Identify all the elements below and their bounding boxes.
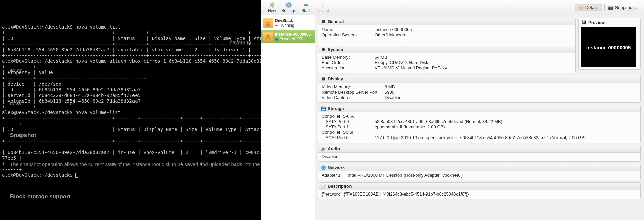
preview-icon: 🖼: [582, 20, 586, 25]
label: Name:: [322, 27, 372, 32]
toolbar: ✳️New ⚙️Settings ➡Start ⤵Discard 🔆Detail…: [261, 0, 644, 15]
preview-text: instance-00000005: [586, 45, 631, 50]
section-title: System: [328, 47, 343, 52]
details-toggle[interactable]: 🔆Details: [575, 4, 602, 11]
gear-icon: ⚙️: [285, 2, 292, 8]
display-icon: 🖥: [321, 77, 326, 81]
section-title: Display: [328, 76, 343, 81]
value: Disabled: [385, 95, 637, 100]
audio-icon: 🔊: [321, 147, 326, 151]
details-panel: 🖥General Name:instance-00000005 Operatin…: [315, 15, 644, 220]
section-title: Audio: [328, 146, 340, 151]
new-icon: ✳️: [268, 2, 276, 8]
section-preview: 🖼Preview instance-00000005: [578, 18, 641, 70]
value: VT-x/AMD-V, Nested Paging, PAE/NX: [375, 65, 572, 71]
value: 64 MB: [375, 55, 572, 60]
section-display: 🖥Display Video Memory:8 MB Remote Deskto…: [318, 75, 641, 103]
description-icon: 📝: [321, 184, 326, 189]
vm-os-icon: ◎: [263, 32, 273, 42]
label: Video Memory:: [322, 84, 382, 90]
vm-name: DevStack: [275, 18, 294, 23]
value: Disabled: [322, 154, 637, 159]
section-storage: 💾Storage Controller: SATA SATA Port 0:53…: [318, 105, 641, 143]
value: 53f8a508-92cc-48b1-a96f-68ad9bc7de5d.vhd…: [375, 119, 637, 124]
label: SATA Port 0:: [322, 119, 372, 124]
network-icon: 🌐: [321, 165, 326, 170]
value: instance-00000005: [375, 27, 572, 32]
section-title: General: [328, 19, 344, 24]
terminal-pane[interactable]: flavour to ed on. nova f or Snapshot The…: [0, 0, 261, 220]
label: Boot Order:: [322, 60, 372, 65]
vm-os-icon: ◎: [263, 18, 273, 28]
vm-item-instance[interactable]: ◎ instance-00000005 ◉Powered Off: [261, 30, 315, 43]
value: Floppy, CD/DVD, Hard Disk: [375, 60, 572, 65]
section-audio: 🔊Audio Disabled: [318, 145, 641, 162]
label: Adapter 1:: [322, 173, 345, 178]
section-network: 🌐Network Adapter 1:Intel PRO/1000 MT Des…: [318, 164, 641, 180]
vm-list: ◎ DevStack ➡Running ◎ instance-00000005 …: [261, 15, 315, 220]
value: Other/Unknown: [375, 32, 572, 38]
virtualbox-window: ✳️New ⚙️Settings ➡Start ⤵Discard 🔆Detail…: [261, 0, 644, 220]
storage-icon: 💾: [321, 106, 326, 111]
discard-button: ⤵Discard: [314, 1, 331, 14]
vm-name: instance-00000005: [275, 32, 311, 37]
label: SATA Port 1:: [322, 124, 372, 130]
section-title: Preview: [588, 20, 605, 25]
label: Operating System:: [322, 32, 372, 38]
storage-controller: Controller: SATA: [322, 114, 637, 119]
label: Video Capture:: [322, 95, 382, 100]
vm-item-devstack[interactable]: ◎ DevStack ➡Running: [261, 16, 315, 30]
preview-thumbnail[interactable]: instance-00000005: [581, 27, 636, 67]
value: 127.0.0.1|iqn.2010-10.org.openstack:volu…: [375, 135, 637, 141]
section-title: Description: [328, 184, 352, 189]
new-button[interactable]: ✳️New: [264, 1, 280, 14]
value: 5900: [385, 90, 637, 95]
details-icon: 🔆: [578, 5, 584, 10]
terminal-cursor: [75, 173, 78, 178]
label: Base Memory:: [322, 55, 372, 60]
start-button[interactable]: ➡Start: [297, 1, 314, 14]
section-description: 📝Description {"network": {"FA163ED183AE"…: [318, 182, 641, 199]
vm-state: ➡Running: [275, 23, 294, 28]
value: ephemeral.vdi (Immutable, 1.00 GB): [375, 124, 637, 130]
label: Remote Desktop Server Port:: [322, 90, 382, 95]
value: {"network": {"FA163ED183AE": "40f264c8-e…: [322, 191, 637, 197]
general-icon: 🖥: [321, 19, 326, 24]
value: Intel PRO/1000 MT Desktop (Host-only Ada…: [348, 173, 637, 178]
value: 8 MB: [385, 84, 637, 90]
terminal-output: alex@DevStack:~/devstack$ nova volume-li…: [2, 18, 259, 184]
chip-icon: ⚙: [321, 47, 326, 52]
snapshots-toggle[interactable]: 📷Snapshots: [604, 4, 639, 11]
section-title: Network: [328, 165, 345, 170]
section-title: Storage: [328, 106, 344, 111]
snapshots-icon: 📷: [608, 5, 613, 10]
running-arrow-icon: ➡: [275, 23, 278, 28]
powered-off-icon: ◉: [275, 37, 278, 41]
label: SCSI Port 0:: [322, 135, 372, 141]
start-arrow-icon: ➡: [303, 2, 308, 8]
storage-controller: Controller: SCSI: [322, 130, 637, 135]
label: Acceleration:: [322, 65, 372, 71]
discard-icon: ⤵: [321, 2, 324, 8]
vm-state: ◉Powered Off: [275, 37, 311, 41]
settings-button[interactable]: ⚙️Settings: [280, 1, 297, 14]
section-system: ⚙System Base Memory:64 MB Boot Order:Flo…: [318, 46, 576, 73]
